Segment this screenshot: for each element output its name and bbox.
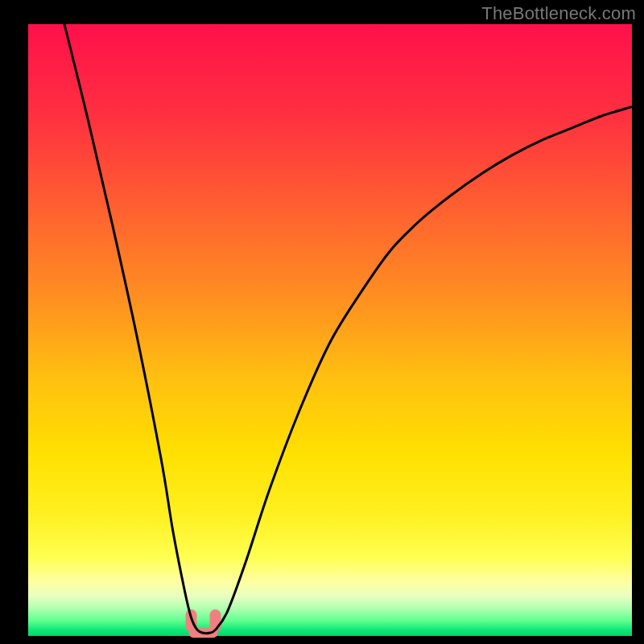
bottleneck-chart <box>0 0 644 644</box>
chart-frame: TheBottleneck.com <box>0 0 644 644</box>
plot-background <box>28 24 632 636</box>
